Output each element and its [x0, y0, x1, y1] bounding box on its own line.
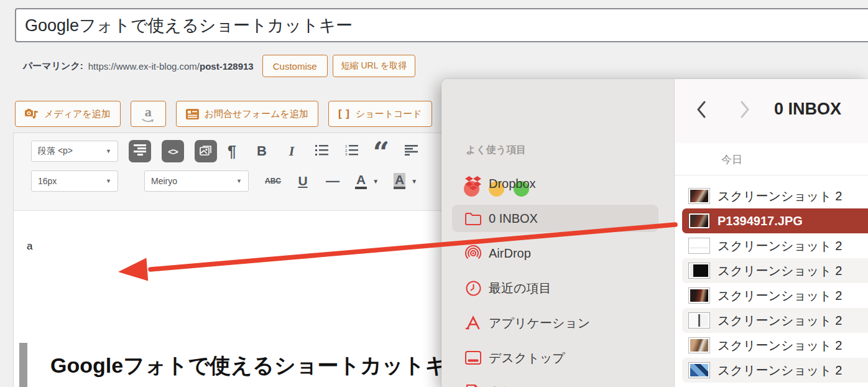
file-group-header: 今日	[675, 143, 868, 175]
file-row[interactable]: スクリーンショット 2	[682, 233, 868, 258]
svg-text:3: 3	[345, 152, 348, 156]
horizontal-rule-icon: —	[326, 173, 339, 189]
heading-text: Googleフォトで使えるショートカットキー	[50, 352, 468, 387]
airdrop-icon	[465, 245, 481, 261]
file-row-selected[interactable]: P1394917.JPG	[682, 208, 868, 233]
strikethrough-icon: ABC	[265, 177, 281, 185]
file-row[interactable]: スクリーンショット 2	[682, 258, 868, 283]
finder-window-title: 0 INBOX	[774, 100, 841, 119]
sidebar-item-label: 書類	[489, 385, 514, 387]
text-lines-icon	[134, 144, 146, 158]
gallery-button[interactable]	[195, 140, 217, 162]
post-title-input[interactable]	[15, 8, 868, 42]
finder-file-panel: 0 INBOX 今日 スクリーンショット 2P1394917.JPGスクリーンシ…	[675, 79, 868, 387]
bold-button[interactable]: B	[247, 140, 277, 162]
font-size-select[interactable]: 16px▼	[31, 170, 118, 192]
paragraph-mark-button[interactable]: ¶	[217, 140, 247, 162]
document-icon	[465, 385, 481, 387]
get-short-url-button[interactable]: 短縮 URL を取得	[333, 55, 416, 77]
source-code-button[interactable]: <>	[162, 140, 184, 162]
file-thumbnail	[689, 189, 709, 203]
italic-button[interactable]: I	[277, 140, 307, 162]
insert-shortcode-button[interactable]: [ ] ショートコード	[328, 101, 432, 127]
media-buttons-row: メディアを追加 a お問合せフォームを追加 [ ] ショートコード	[15, 101, 432, 127]
strikethrough-button[interactable]: ABC	[258, 170, 288, 192]
sidebar-item-label: デスクトップ	[489, 350, 565, 366]
add-media-label: メディアを追加	[44, 108, 111, 120]
sidebar-item-デスクトップ[interactable]: デスクトップ	[452, 344, 658, 371]
finder-sidebar: よく使う項目 Dropbox0 INBOXAirDrop最近の項目アプリケーショ…	[441, 79, 675, 387]
block-format-select[interactable]: 段落 <p>▼	[31, 141, 118, 162]
pilcrow-icon: ¶	[228, 142, 236, 161]
file-thumbnail	[689, 288, 709, 303]
sidebar-item-label: 最近の項目	[489, 280, 551, 297]
file-row[interactable]: スクリーンショット 2	[682, 358, 868, 383]
blockquote-button[interactable]: “	[366, 140, 396, 162]
body-text: a	[27, 240, 32, 253]
sidebar-item-label: 0 INBOX	[489, 212, 538, 226]
numbered-list-icon: 1 2 3	[345, 144, 358, 158]
chevron-down-icon: ▼	[106, 178, 111, 184]
bullet-list-icon	[315, 145, 328, 158]
italic-icon: I	[289, 143, 295, 159]
file-name: スクリーンショット 2	[718, 263, 842, 279]
text-color-button[interactable]: A ▼	[348, 170, 386, 192]
file-row[interactable]: スクリーンショット 2	[682, 184, 868, 208]
file-row[interactable]: スクリーンショット 2	[682, 333, 868, 358]
group-label-today: 今日	[721, 152, 742, 167]
heading-left-bar	[19, 343, 27, 387]
sidebar-item-最近の項目[interactable]: 最近の項目	[452, 274, 658, 302]
file-thumbnail	[689, 363, 709, 378]
chevron-down-icon[interactable]: ▼	[411, 178, 417, 185]
numbered-list-button[interactable]: 1 2 3	[336, 140, 366, 162]
forward-button[interactable]	[738, 100, 752, 119]
dropbox-icon	[465, 175, 481, 192]
appstore-icon	[465, 315, 481, 331]
underline-icon: U	[298, 174, 307, 189]
add-media-button[interactable]: メディアを追加	[15, 101, 121, 127]
back-button[interactable]	[695, 100, 708, 119]
text-color-icon: A	[355, 173, 367, 189]
sidebar-item-airdrop[interactable]: AirDrop	[452, 240, 658, 267]
bullet-list-button[interactable]	[307, 140, 336, 162]
media-camera-icon	[25, 108, 39, 119]
font-family-select[interactable]: Meiryo▼	[144, 170, 249, 192]
content-heading-block: Googleフォトで使えるショートカットキー	[19, 343, 468, 387]
sidebar-item-アプリケーション[interactable]: アプリケーション	[452, 309, 658, 337]
chevron-down-icon: ▼	[106, 148, 111, 154]
clock-icon	[465, 280, 481, 296]
sidebar-item-dropbox[interactable]: Dropbox	[452, 170, 658, 197]
underline-button[interactable]: U	[288, 170, 318, 192]
file-name: スクリーンショット 2	[718, 362, 842, 379]
screenshot-root: パーマリンク: https://www.ex-it-blog.com/post-…	[0, 0, 868, 387]
file-name: スクリーンショット 2	[718, 337, 842, 354]
sidebar-item-書類[interactable]: 書類	[452, 379, 658, 387]
sidebar-item-label: Dropbox	[489, 177, 536, 191]
file-list: スクリーンショット 2P1394917.JPGスクリーンショット 2スクリーンシ…	[675, 184, 868, 387]
file-thumbnail	[689, 263, 709, 278]
svg-text:2: 2	[345, 149, 348, 152]
file-row[interactable]: スクリーンショット 2	[682, 283, 868, 308]
text-snippet-button[interactable]	[129, 140, 151, 162]
customise-permalink-button[interactable]: Customise	[262, 55, 328, 77]
permalink-row: パーマリンク: https://www.ex-it-blog.com/post-…	[23, 55, 415, 77]
bold-icon: B	[257, 143, 267, 159]
folder-icon	[465, 210, 481, 226]
finder-header: 0 INBOX	[675, 79, 868, 144]
shortcode-brackets-icon: [ ]	[338, 108, 350, 120]
sidebar-item-0-inbox[interactable]: 0 INBOX	[452, 205, 658, 232]
file-name: スクリーンショット 2	[718, 188, 842, 205]
amazon-link-button[interactable]: a	[131, 101, 166, 127]
file-thumbnail	[689, 313, 709, 328]
add-contact-form-button[interactable]: お問合せフォームを追加	[176, 101, 318, 127]
background-color-icon: A	[394, 173, 405, 189]
align-left-button[interactable]	[396, 140, 426, 162]
desktop-icon	[465, 350, 481, 366]
file-row[interactable]: スクリーンショット 2	[682, 308, 868, 333]
horizontal-rule-button[interactable]: —	[318, 170, 348, 192]
sidebar-item-label: AirDrop	[489, 246, 531, 261]
background-color-button[interactable]: A ▼	[386, 170, 425, 192]
file-row[interactable]: スクリーンショット 2	[682, 383, 868, 387]
sidebar-section-label: よく使う項目	[466, 144, 526, 157]
chevron-down-icon[interactable]: ▼	[372, 178, 379, 185]
